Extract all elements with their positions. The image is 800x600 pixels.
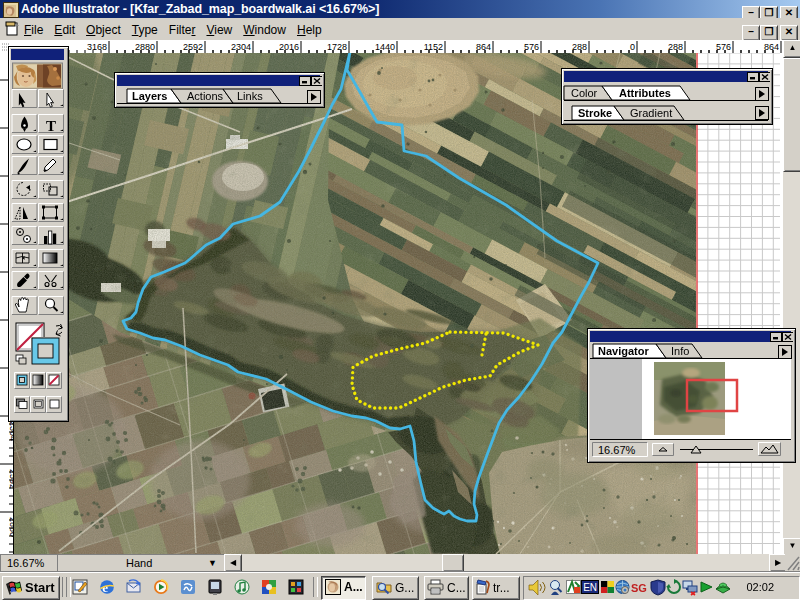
svg-text:Links: Links [237, 90, 263, 102]
svg-text:Attributes: Attributes [619, 87, 671, 99]
svg-text:Gradient: Gradient [630, 107, 672, 119]
svg-text:288: 288 [572, 42, 587, 52]
svg-text:Stroke: Stroke [578, 107, 612, 119]
svg-text:576: 576 [524, 42, 539, 52]
svg-text:Actions: Actions [187, 90, 224, 102]
svg-text:Info: Info [671, 345, 689, 357]
svg-text:0: 0 [630, 42, 635, 52]
svg-text:2016: 2016 [279, 42, 299, 52]
svg-text:864: 864 [764, 42, 779, 52]
svg-text:Layers: Layers [132, 90, 167, 102]
svg-text:2880: 2880 [135, 42, 155, 52]
svg-text:1728: 1728 [327, 42, 347, 52]
svg-text:1152: 1152 [424, 42, 443, 52]
svg-text:864: 864 [476, 42, 491, 52]
svg-text:3168: 3168 [87, 42, 107, 52]
svg-text:2592: 2592 [183, 42, 203, 52]
svg-text:288: 288 [668, 42, 683, 52]
svg-text:576: 576 [716, 42, 731, 52]
svg-text:2304: 2304 [231, 42, 251, 52]
svg-text:SG: SG [631, 582, 647, 594]
svg-text:16.67%: 16.67% [598, 444, 636, 456]
svg-text:T: T [46, 118, 56, 134]
svg-text:Color: Color [571, 87, 598, 99]
svg-text:Navigator: Navigator [598, 345, 649, 357]
svg-text:1440: 1440 [375, 42, 395, 52]
svg-text:EN: EN [583, 582, 597, 593]
